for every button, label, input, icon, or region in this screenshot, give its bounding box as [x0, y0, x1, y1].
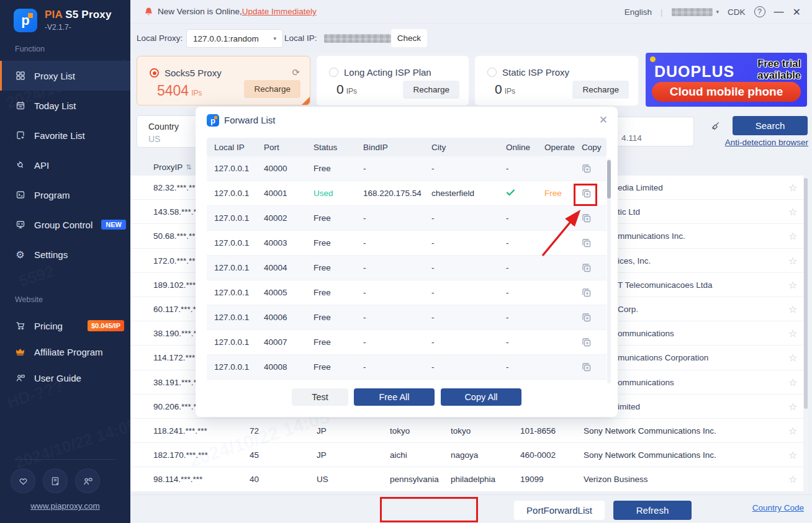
favorite-star-icon[interactable]: ☆ — [788, 449, 797, 461]
favorite-star-icon[interactable]: ☆ — [788, 352, 797, 364]
duoplus-ad-banner[interactable]: DUOPLUS Free trialavailable Cloud mobile… — [646, 53, 807, 107]
favorite-star-icon[interactable]: ☆ — [788, 425, 797, 437]
favorite-star-icon[interactable]: ☆ — [788, 279, 797, 291]
ad-pill: Cloud mobile phone — [652, 82, 801, 102]
forward-table-header: Local IPPortStatusBindIPCityOnlineOperat… — [207, 138, 607, 156]
modal-scrollbar-thumb[interactable] — [607, 160, 611, 199]
column-header-label: BindIP — [363, 143, 388, 152]
search-button[interactable]: Search — [733, 116, 808, 135]
forward-column-header: City — [424, 138, 498, 156]
city-cell: nagoya — [451, 450, 478, 460]
favorite-star-icon[interactable]: ☆ — [788, 473, 797, 485]
copy-icon[interactable] — [582, 164, 592, 174]
favorite-star-icon[interactable]: ☆ — [788, 328, 797, 339]
modal-title: Forward List — [224, 115, 276, 125]
plan-card-long-acting-isp[interactable]: Long Acting ISP Plan 0IPs Recharge — [317, 56, 469, 105]
radio-unselected-icon[interactable] — [329, 68, 338, 77]
plan-card-socks5[interactable]: Socks5 Proxy ⟳ 5404IPs Recharge — [137, 56, 310, 105]
copy-icon[interactable] — [582, 189, 592, 199]
port-cell-value: 40000 — [264, 164, 287, 173]
country-label: Country — [148, 122, 179, 132]
favorite-star-icon[interactable]: ☆ — [788, 255, 797, 267]
notice-text: New Version is Online, — [158, 7, 242, 16]
port-cell-value: 40003 — [264, 238, 287, 248]
sidebar-item-today-list[interactable]: Today List — [0, 91, 130, 120]
operate-cell — [537, 305, 574, 329]
copy-icon[interactable] — [582, 362, 592, 372]
modal-close-icon[interactable]: ✕ — [599, 114, 608, 127]
chevron-down-icon[interactable]: ▾ — [716, 9, 720, 15]
online-cell-value: - — [506, 263, 509, 272]
local-proxy-select[interactable]: 127.0.0.1:random ▾ — [186, 29, 283, 48]
copy-icon[interactable] — [582, 213, 592, 223]
state-cell: tokyo — [390, 426, 410, 436]
document-star-button[interactable] — [43, 468, 68, 493]
sidebar-item-favorite-list[interactable]: Favorite List — [0, 120, 130, 150]
recharge-button[interactable]: Recharge — [572, 81, 629, 99]
copy-all-button[interactable]: Copy All — [441, 388, 521, 406]
sidebar-item-api[interactable]: API — [0, 150, 130, 180]
radio-selected-icon[interactable] — [150, 68, 159, 78]
country-code-link[interactable]: Country Code — [752, 503, 804, 512]
status-cell: Free — [306, 156, 356, 181]
city-cell: philadelphia — [451, 475, 495, 484]
proxy-table-bottom-rows: 118.241.***.***72JPtokyotokyo101-8656Son… — [130, 419, 803, 492]
test-button[interactable]: Test — [292, 388, 348, 406]
recharge-button[interactable]: Recharge — [244, 80, 300, 98]
port-cell-value: 40001 — [264, 189, 287, 198]
copy-icon[interactable] — [582, 288, 592, 298]
sidebar-item-user-guide[interactable]: User Guide — [0, 365, 130, 391]
help-icon[interactable]: ? — [754, 6, 765, 17]
sidebar-quick-links — [11, 468, 100, 493]
minimize-button[interactable]: — — [774, 6, 784, 17]
update-link[interactable]: Update Immediately — [242, 7, 317, 16]
copy-icon[interactable] — [582, 337, 592, 347]
radio-unselected-icon[interactable] — [487, 68, 497, 77]
sidebar-item-settings[interactable]: ⚙ Settings — [0, 239, 130, 269]
favorite-star-icon[interactable]: ☆ — [788, 206, 797, 218]
sidebar-item-program[interactable]: Program — [0, 180, 130, 210]
plan-card-static-isp[interactable]: Static ISP Proxy 0IPs Recharge — [475, 56, 638, 105]
sidebar-item-proxy-list[interactable]: Proxy List — [0, 61, 130, 91]
free-all-button[interactable]: Free All — [354, 388, 435, 406]
website-link[interactable]: www.piaproxy.com — [0, 501, 130, 511]
copy-icon[interactable] — [582, 313, 592, 323]
sidebar-item-group-control[interactable]: Group Control NEW — [0, 210, 130, 239]
partner-heart-button[interactable] — [11, 468, 35, 493]
copy-cell — [574, 156, 607, 181]
favorite-star-icon[interactable]: ☆ — [788, 230, 797, 242]
page-scrollbar-thumb[interactable] — [804, 178, 808, 409]
proxy-row: 182.170.***.***45JPaichinagoya460-0002So… — [130, 443, 803, 467]
plan-name: Socks5 Proxy — [165, 68, 222, 78]
bindip-cell-value: - — [363, 313, 366, 322]
favorite-star-icon[interactable]: ☆ — [788, 401, 797, 413]
support-chat-button[interactable] — [75, 468, 100, 493]
refresh-icon[interactable]: ⟳ — [292, 67, 300, 78]
recharge-button[interactable]: Recharge — [403, 81, 459, 99]
online-cell-value: - — [506, 213, 509, 223]
language-selector[interactable]: English — [625, 7, 652, 17]
sidebar-item-affiliate-program[interactable]: Affiliate Program — [0, 339, 130, 365]
check-button[interactable]: Check — [391, 29, 427, 47]
sidebar-item-pricing[interactable]: Pricing $0.045/IP — [0, 313, 130, 339]
refresh-button[interactable]: Refresh — [613, 501, 692, 520]
favorite-star-icon[interactable]: ☆ — [788, 303, 797, 315]
favorite-star-icon[interactable]: ☆ — [788, 182, 797, 194]
close-button[interactable]: ✕ — [793, 6, 801, 18]
corner-triangle — [302, 97, 310, 105]
copy-icon[interactable] — [582, 263, 592, 273]
port-forward-list-button[interactable]: PortForwardList — [514, 501, 605, 520]
sort-icon[interactable]: ⇅ — [186, 163, 191, 171]
favorite-star-icon[interactable]: ☆ — [788, 377, 797, 388]
anti-detection-browser-link[interactable]: Anti-detection browser — [710, 138, 808, 147]
crown-icon — [15, 347, 25, 357]
online-cell: - — [498, 206, 537, 230]
free-action-link[interactable]: Free — [544, 189, 562, 198]
copy-cell — [574, 231, 607, 255]
clear-filters-button[interactable] — [703, 118, 728, 135]
copy-icon[interactable] — [582, 238, 592, 248]
cdk-button[interactable]: CDK — [728, 7, 746, 17]
port-cell-value: 40002 — [264, 213, 287, 223]
status-cell-value: Free — [314, 164, 331, 173]
status-cell: Free — [306, 355, 356, 379]
